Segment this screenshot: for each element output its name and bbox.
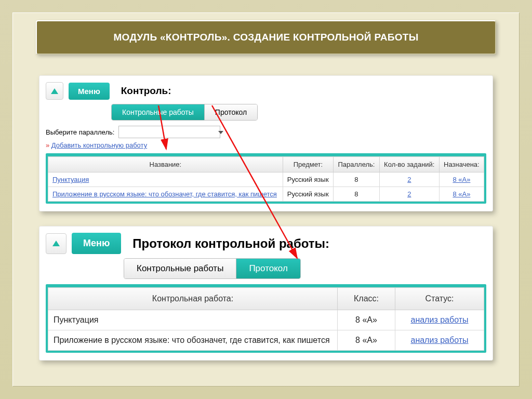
test-name-link[interactable]: Приложение в русском языке: что обозначе… <box>52 190 277 198</box>
menu-button[interactable]: Меню <box>72 233 121 254</box>
cell-class: 8 «А» <box>338 330 395 351</box>
table-row: Приложение в русском языке: что обозначе… <box>48 330 484 351</box>
status-link[interactable]: анализ работы <box>410 336 468 344</box>
panel1-tabs: Контрольные работы Протокол <box>111 104 258 121</box>
panel2-heading: Протокол контрольной работы: <box>132 236 329 251</box>
arrow-up-icon <box>52 241 60 246</box>
th-parallel: Параллель: <box>334 157 380 172</box>
chevron-icon: » <box>46 141 49 149</box>
panel1-table-wrap: Название: Предмет: Параллель: Кол-во зад… <box>46 153 486 204</box>
panel1-heading: Контроль: <box>121 85 171 97</box>
tab-protocol[interactable]: Протокол <box>204 104 257 120</box>
th-subject: Предмет: <box>283 157 334 172</box>
add-test-row: » Добавить контрольную работу <box>46 141 486 149</box>
status-link[interactable]: анализ работы <box>410 315 468 324</box>
back-button[interactable] <box>46 82 63 100</box>
tasks-link[interactable]: 2 <box>407 190 411 198</box>
back-button[interactable] <box>46 233 66 254</box>
table-row: Пунктуация Русский язык 8 2 8 «А» <box>48 172 484 187</box>
tasks-link[interactable]: 2 <box>407 176 411 183</box>
caret-down-icon <box>218 131 223 134</box>
cell-subject: Русский язык <box>283 187 334 202</box>
panel-protocol: Меню Протокол контрольной работы: Контро… <box>39 226 493 361</box>
menu-button[interactable]: Меню <box>69 83 110 100</box>
th-class: Класс: <box>338 288 395 310</box>
cell-parallel: 8 <box>334 187 380 202</box>
cell-name: Пунктуация <box>48 310 338 330</box>
assigned-link[interactable]: 8 «А» <box>453 190 470 198</box>
parallel-label: Выберите параллель: <box>46 128 114 136</box>
th-tasks: Кол-во заданий: <box>379 157 439 172</box>
test-name-link[interactable]: Пунктуация <box>52 176 89 183</box>
tab-tests[interactable]: Контрольные работы <box>112 104 204 120</box>
parallel-select[interactable] <box>118 126 220 138</box>
parallel-select-row: Выберите параллель: <box>46 126 486 138</box>
slide-frame: МОДУЛЬ «КОНТРОЛЬ». СОЗДАНИЕ КОНТРОЛЬНОЙ … <box>12 12 520 387</box>
panel1-header: Меню Контроль: <box>46 82 486 100</box>
cell-class: 8 «А» <box>338 310 395 330</box>
assigned-link[interactable]: 8 «А» <box>453 176 470 183</box>
arrow-up-icon <box>51 88 58 94</box>
panel-control: Меню Контроль: Контрольные работы Проток… <box>39 75 493 211</box>
th-name: Название: <box>48 157 283 172</box>
add-test-link[interactable]: Добавить контрольную работу <box>51 141 147 149</box>
cell-name: Приложение в русском языке: что обозначе… <box>48 330 338 351</box>
panel2-header: Меню Протокол контрольной работы: <box>46 233 486 254</box>
table-row: Пунктуация 8 «А» анализ работы <box>48 310 484 330</box>
table-row: Приложение в русском языке: что обозначе… <box>48 187 484 202</box>
protocol-table: Контрольная работа: Класс: Статус: Пункт… <box>48 287 484 351</box>
tab-tests[interactable]: Контрольные работы <box>124 259 236 278</box>
th-assigned: Назначена: <box>439 157 484 172</box>
slide-title: МОДУЛЬ «КОНТРОЛЬ». СОЗДАНИЕ КОНТРОЛЬНОЙ … <box>36 20 496 55</box>
cell-parallel: 8 <box>334 172 380 187</box>
th-status: Статус: <box>395 288 484 310</box>
tab-protocol[interactable]: Протокол <box>236 259 300 278</box>
th-name: Контрольная работа: <box>48 288 338 310</box>
cell-subject: Русский язык <box>283 172 334 187</box>
panel2-tabs: Контрольные работы Протокол <box>124 258 301 279</box>
panel2-table-wrap: Контрольная работа: Класс: Статус: Пункт… <box>46 284 486 353</box>
tests-table: Название: Предмет: Параллель: Кол-во зад… <box>48 156 484 202</box>
